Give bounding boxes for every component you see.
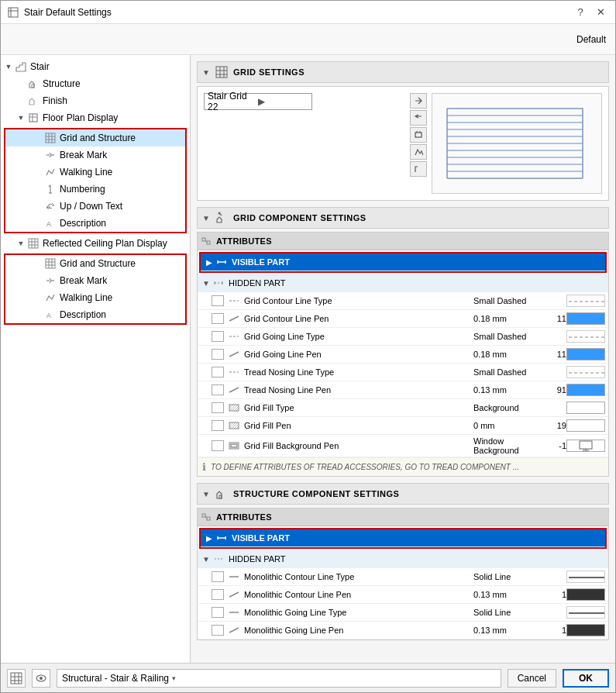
tree-label-grid-structure-2: Grid and Structure bbox=[60, 258, 136, 269]
tree-item-structure[interactable]: Structure bbox=[1, 75, 190, 92]
structure-component-settings: ATTRIBUTES ▶ VISIBLE P bbox=[197, 508, 609, 640]
tree-item-floor-plan[interactable]: ▼ Floor Plan Display bbox=[1, 109, 190, 126]
grid-fill-pen-swatch bbox=[566, 419, 605, 432]
tree-item-walking-line-2[interactable]: Walking Line bbox=[5, 289, 185, 306]
bottom-eye-icon[interactable] bbox=[32, 669, 50, 688]
svg-line-68 bbox=[229, 352, 239, 357]
tree-item-grid-structure-2[interactable]: Grid and Structure bbox=[5, 255, 185, 272]
struct-visible-part-row[interactable]: ▶ VISIBLE PART bbox=[201, 529, 605, 547]
check-6[interactable] bbox=[212, 384, 224, 395]
visible-part-row[interactable]: ▶ VISIBLE PART bbox=[201, 253, 605, 271]
tree-item-description-2[interactable]: A Description bbox=[5, 306, 185, 323]
struct-attr-icon bbox=[201, 511, 213, 523]
mono-contour-type-row: Monolithic Contour Line Type Solid Line bbox=[198, 568, 608, 586]
default-label: Default bbox=[576, 34, 606, 45]
structure-component-icon bbox=[215, 487, 229, 501]
check-7[interactable] bbox=[212, 402, 224, 413]
break-mark-icon bbox=[44, 149, 57, 161]
mono-going-pen-swatch bbox=[566, 624, 605, 636]
ok-button[interactable]: OK bbox=[563, 669, 609, 688]
grid-contour-type-label: Grid Contour Line Type bbox=[244, 296, 473, 305]
floor-plan-children-group: Grid and Structure Break Mark bbox=[4, 128, 187, 233]
grid-structure-2-icon bbox=[44, 257, 57, 270]
expand-grid2 bbox=[33, 259, 43, 268]
struct-hidden-part-row[interactable]: ▼ HIDDEN PART bbox=[198, 550, 608, 568]
check-5[interactable] bbox=[212, 367, 224, 378]
mono-going-pen-label: Monolithic Going Line Pen bbox=[244, 626, 473, 635]
tree-item-up-down-text[interactable]: A Up / Down Text bbox=[5, 198, 185, 215]
tool-btn-1[interactable] bbox=[410, 93, 427, 109]
numbering-icon bbox=[44, 183, 57, 195]
svg-rect-83 bbox=[207, 517, 210, 520]
check-s1[interactable] bbox=[212, 571, 224, 582]
close-button[interactable]: ✕ bbox=[592, 4, 609, 21]
expand-desc2 bbox=[33, 310, 43, 319]
help-button[interactable]: ? bbox=[572, 4, 589, 21]
grid-dropdown-row: Stair Grid 22 ▶ bbox=[204, 93, 402, 110]
bottom-settings-icon[interactable] bbox=[7, 669, 26, 688]
grid-fill-pen-row: Grid Fill Pen 0 mm 19 bbox=[198, 417, 608, 435]
grid-settings-header[interactable]: ▼ GRID SETTINGS bbox=[197, 61, 609, 83]
grid-component-header[interactable]: ▼ GRID COMPONENT SETTINGS bbox=[197, 207, 609, 229]
dropdown-arrow-icon: ▶ bbox=[258, 96, 308, 107]
line-type-icon-2 bbox=[227, 329, 241, 343]
hidden-part-row[interactable]: ▼ HIDDEN PART bbox=[198, 274, 608, 292]
fill-pen-icon bbox=[227, 419, 241, 433]
struct-visible-part-container: ▶ VISIBLE PART bbox=[199, 528, 607, 549]
tree-item-walking-line[interactable]: Walking Line bbox=[5, 164, 185, 181]
up-down-text-icon: A bbox=[44, 200, 57, 212]
check-4[interactable] bbox=[212, 349, 224, 360]
tool-btn-5[interactable] bbox=[410, 161, 427, 177]
check-3[interactable] bbox=[212, 331, 224, 342]
structure-component-header[interactable]: ▼ STRUCTURE COMPONENT SETTINGS bbox=[197, 483, 609, 505]
cancel-button[interactable]: Cancel bbox=[508, 669, 556, 688]
svg-line-71 bbox=[229, 388, 239, 392]
visible-icon bbox=[215, 255, 229, 269]
tree-item-break-mark-2[interactable]: Break Mark bbox=[5, 272, 185, 289]
visible-expand: ▶ bbox=[204, 258, 215, 267]
check-2[interactable] bbox=[212, 313, 224, 324]
expand-grid bbox=[33, 133, 43, 143]
tree-label-up-down-text: Up / Down Text bbox=[60, 201, 122, 212]
tree-item-finish[interactable]: Finish bbox=[1, 92, 190, 109]
tree-item-description[interactable]: A Description bbox=[5, 215, 185, 232]
struct-hidden-part-label: HIDDEN PART bbox=[229, 554, 605, 564]
bottom-layer-dropdown[interactable]: Structural - Stair & Railing ▾ bbox=[57, 669, 501, 688]
tree-item-reflected[interactable]: ▼ Reflected Ceiling Plan Display bbox=[1, 235, 190, 252]
mono-going-type-val: Solid Line bbox=[473, 608, 543, 617]
check-9[interactable] bbox=[212, 440, 224, 451]
check-8[interactable] bbox=[212, 420, 224, 431]
svg-rect-72 bbox=[229, 405, 239, 411]
tree-label-numbering: Numbering bbox=[60, 184, 105, 195]
svg-point-57 bbox=[218, 212, 220, 215]
pen-icon-1 bbox=[227, 312, 241, 326]
description-icon: A bbox=[44, 217, 57, 229]
tool-btn-2[interactable] bbox=[410, 110, 427, 126]
mono-contour-type-label: Monolithic Contour Line Type bbox=[244, 572, 473, 581]
tread-nosing-pen-row: Tread Nosing Line Pen 0.13 mm 91 bbox=[198, 381, 608, 399]
tree-item-break-mark[interactable]: Break Mark bbox=[5, 147, 185, 164]
tree-item-numbering[interactable]: Numbering bbox=[5, 181, 185, 198]
tree-item-grid-structure[interactable]: Grid and Structure bbox=[5, 129, 185, 147]
grid-dropdown[interactable]: Stair Grid 22 ▶ bbox=[204, 93, 312, 110]
bottom-bar: Structural - Stair & Railing ▾ Cancel OK bbox=[1, 663, 615, 692]
check-s3[interactable] bbox=[212, 607, 224, 618]
mono-contour-pen-num: 1 bbox=[543, 590, 566, 599]
check-1[interactable] bbox=[212, 295, 224, 306]
struct-hidden-icon bbox=[212, 552, 225, 566]
tree-item-stair[interactable]: ▼ Stair bbox=[1, 58, 190, 75]
tool-btn-3[interactable] bbox=[410, 127, 427, 143]
hidden-part-label: HIDDEN PART bbox=[229, 278, 605, 288]
window-title: Stair Default Settings bbox=[24, 7, 572, 18]
tree-label-description: Description bbox=[60, 218, 106, 229]
tool-btn-4[interactable] bbox=[410, 144, 427, 160]
expand-break bbox=[33, 150, 43, 160]
check-s2[interactable] bbox=[212, 589, 224, 600]
check-s4[interactable] bbox=[212, 625, 224, 636]
grid-settings-title: GRID SETTINGS bbox=[233, 67, 305, 77]
window-icon bbox=[7, 6, 19, 19]
tree-label-stair: Stair bbox=[30, 61, 50, 72]
svg-rect-93 bbox=[11, 673, 22, 684]
mono-going-pen-num: 1 bbox=[543, 626, 566, 635]
grid-fill-bg-pen-swatch bbox=[566, 440, 605, 452]
